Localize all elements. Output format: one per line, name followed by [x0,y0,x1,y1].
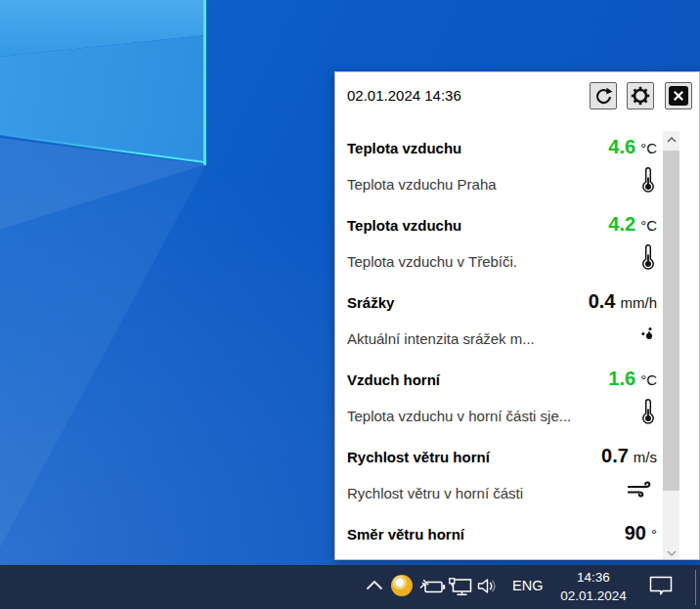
network-icon[interactable] [449,578,472,596]
weather-widget-panel: 02.01.2024 14:36 [334,71,700,560]
panel-datetime: 02.01.2024 14:36 [347,87,461,104]
weather-item[interactable]: Teplota vzduchu 4.6 °C Teplota vzduchu P… [347,131,657,208]
close-icon [669,86,688,106]
gear-icon [631,86,650,106]
item-value-number: 0.4 [589,290,616,313]
item-value: 1.6 °C [608,368,657,390]
refresh-button[interactable] [590,82,617,109]
raindrops-icon [640,326,655,341]
wind-icon [628,481,655,498]
language-indicator[interactable]: ENG [512,578,543,593]
item-title: Srážky [347,294,394,311]
chevron-down-icon [667,550,677,556]
item-title: Rychlost větru horní [347,449,490,465]
taskbar: ENG 14:36 02.01.2024 [0,565,700,609]
weather-app-tray-icon[interactable] [391,575,413,596]
weather-item[interactable]: Teplota vzduchu 4.2 °C Teplota vzduchu v… [347,208,657,285]
item-value: 0.4 mm/h [589,290,657,313]
item-subtitle: Teplota vzduchu v horní části sje... [347,408,571,424]
item-value-unit: °C [640,140,657,156]
scrollbar-thumb[interactable] [663,151,679,491]
scrollbar-down-arrow[interactable] [663,544,679,560]
weather-item[interactable]: Srážky 0.4 mm/h Aktuální intenzita sráže… [347,285,657,363]
item-value: 4.2 °C [608,213,657,236]
weather-item[interactable]: Vzduch horní 1.6 °C Teplota vzduchu v ho… [347,363,657,440]
item-value: 0.7 m/s [601,445,657,467]
refresh-icon [594,87,613,106]
close-button[interactable] [665,82,692,109]
item-subtitle: Rychlost větru v horní části [347,485,523,501]
clock-time: 14:36 [550,568,636,587]
item-subtitle: Aktuální intenzita srážek m... [347,330,535,347]
taskbar-clock[interactable]: 14:36 02.01.2024 [550,568,636,605]
thermometer-icon [641,166,655,194]
item-value-unit: °C [640,371,657,388]
item-value-number: 90 [625,522,646,544]
scrollbar[interactable] [663,131,679,560]
item-value-number: 4.6 [608,136,635,158]
thermometer-icon [641,398,655,425]
item-value: 4.6 °C [608,136,657,158]
weather-item[interactable]: Rychlost větru horní 0.7 m/s Rychlost vě… [347,440,657,517]
scrollbar-up-arrow[interactable] [663,131,679,148]
item-subtitle: Teplota vzduchu Praha [347,176,497,193]
thermometer-icon [641,243,655,271]
item-value-unit: ° [651,526,657,543]
chevron-up-icon [667,137,677,143]
item-value-number: 1.6 [608,368,635,390]
settings-button[interactable] [627,82,654,109]
item-title: Teplota vzduchu [347,217,461,234]
item-title: Vzduch horní [347,371,440,388]
clock-date: 02.01.2024 [550,587,636,605]
item-value-unit: m/s [634,449,657,465]
weather-item[interactable]: Směr větru horní 90 ° [347,517,657,560]
volume-icon[interactable] [477,578,499,594]
show-desktop-button[interactable] [695,570,696,605]
hidden-icons-caret-icon[interactable] [366,580,383,590]
action-center-icon[interactable] [649,576,674,597]
battery-icon[interactable] [419,578,446,594]
wallpaper-cyan-edge-vertical [203,0,206,165]
item-title: Teplota vzduchu [347,140,461,156]
item-value-number: 0.7 [601,445,629,467]
item-value-unit: mm/h [621,294,658,311]
item-title: Směr větru horní [347,526,464,543]
item-value: 90 ° [625,522,657,544]
item-value-number: 4.2 [608,213,635,236]
item-value-unit: °C [640,217,657,234]
item-subtitle: Teplota vzduchu v Třebíči. [347,253,517,270]
